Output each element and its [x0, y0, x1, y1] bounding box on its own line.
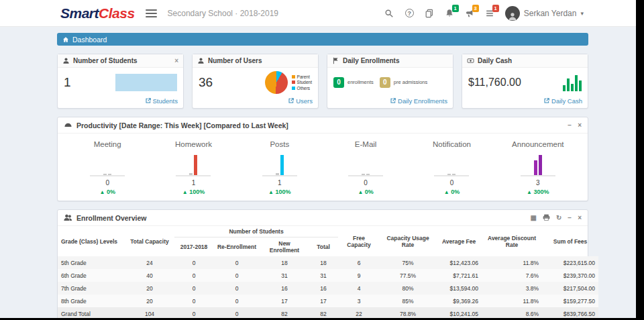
daily-enrollments-link-label: Daily Enrollments: [398, 97, 447, 105]
up-arrow-icon: ▲: [358, 189, 363, 195]
productivity-panel-title: Productivity [Date Range: This Week] [Co…: [76, 121, 288, 129]
notifications-badge: 1: [452, 5, 459, 12]
pre-admissions-badge-label: pre admissions: [394, 79, 427, 85]
cell: 75%: [380, 256, 436, 269]
cell: Grand Total: [58, 307, 125, 318]
card-header: Number of Users: [193, 54, 318, 68]
legend-swatch-student: [292, 81, 295, 84]
metric-value: 3: [495, 179, 581, 186]
cell: 9: [338, 269, 380, 282]
cell: 7.6%: [482, 269, 542, 282]
productivity-item-homework: Homework 1 ▲ 100%: [150, 140, 236, 195]
metric-change: 100%: [276, 189, 291, 195]
chevron-down-icon: ▾: [580, 10, 584, 17]
print-icon[interactable]: [543, 214, 550, 221]
students-link[interactable]: Students: [146, 97, 178, 105]
notifications-bell-icon[interactable]: 1: [445, 8, 455, 18]
column-header: Free Capacity: [338, 226, 380, 256]
external-link-icon: [288, 98, 294, 103]
close-icon[interactable]: ×: [578, 215, 582, 221]
legend-label: Others: [297, 86, 311, 91]
legend-swatch-others: [292, 87, 295, 90]
cell: 104: [125, 307, 174, 318]
column-header: Re-Enrollment: [213, 237, 260, 257]
announcements-megaphone-icon[interactable]: 3: [465, 8, 475, 18]
search-icon[interactable]: [384, 8, 394, 18]
top-navbar: SmartClass Secondary School · 2018-2019 …: [0, 0, 636, 27]
cell: 8.6%: [482, 307, 542, 318]
sidebar-toggle-button[interactable]: [146, 9, 157, 17]
users-count-value: 36: [199, 75, 213, 90]
cell: 0: [174, 282, 213, 295]
card-title: Daily Enrollments: [343, 57, 399, 64]
daily-enrollments-link[interactable]: Daily Enrollments: [390, 97, 447, 105]
user-avatar: [505, 6, 520, 21]
copy-documents-icon[interactable]: [425, 8, 435, 18]
export-icon[interactable]: ▦: [530, 215, 536, 221]
cell: 82: [309, 307, 338, 318]
legend-label: Parent: [297, 74, 310, 79]
legend-label: Student: [297, 80, 312, 85]
external-link-icon: [146, 98, 151, 103]
card-header: Number of Students ×: [58, 54, 183, 68]
app-logo[interactable]: SmartClass: [60, 5, 135, 21]
card-title: Daily Cash: [478, 57, 512, 64]
close-icon[interactable]: ×: [174, 58, 178, 64]
enrollments-count-badge: 0: [333, 77, 344, 88]
tasks-list-icon[interactable]: 1: [485, 8, 495, 18]
cell: 31: [260, 269, 309, 282]
cell: 6: [338, 256, 380, 269]
cell: 17: [260, 295, 309, 307]
student-icon: [62, 57, 70, 64]
cell: 4: [338, 282, 380, 295]
collapse-icon[interactable]: −: [568, 215, 572, 221]
cell: 77.5%: [380, 269, 436, 282]
column-header: Sum of Fees: [542, 226, 598, 256]
cell: 18: [309, 256, 338, 269]
collapse-icon[interactable]: −: [568, 122, 572, 129]
cell: 20: [125, 282, 174, 295]
breadcrumb[interactable]: Dashboard: [57, 33, 588, 46]
table-row-6th-grade: 6th Grade 40 0 0 31 31 9 77.5% $7,721.61…: [58, 269, 598, 282]
cell: $9,369.26: [436, 295, 482, 307]
cell: 0: [213, 307, 260, 318]
tasks-badge: 1: [492, 5, 499, 12]
school-year-selector[interactable]: Secondary School · 2018-2019: [168, 9, 278, 18]
column-group-header: Number of Students: [174, 226, 338, 237]
daily-cash-link[interactable]: Daily Cash: [544, 97, 582, 105]
productivity-item-meeting: Meeting 0 ▲ 0%: [64, 140, 150, 195]
close-icon[interactable]: ×: [578, 122, 582, 129]
enrollment-table-head: Grade (Class) Levels Total Capacity Numb…: [58, 226, 598, 256]
logo-text-smart: Smart: [60, 5, 99, 21]
productivity-item-notification: Notification 0 ▲ 0%: [409, 140, 494, 195]
metric-value: 1: [150, 179, 236, 186]
app-window: SmartClass Secondary School · 2018-2019 …: [0, 0, 636, 318]
stat-cards-row: Number of Students × 1 Students: [57, 54, 588, 109]
metric-label: E-Mail: [323, 140, 409, 148]
metric-value: 1: [237, 179, 323, 186]
card-header: Daily Cash: [462, 54, 588, 68]
cell: 8th Grade: [58, 295, 125, 307]
users-link-label: Users: [296, 97, 313, 105]
pie-legend: Parent Student Others: [292, 74, 312, 91]
enrollments-badge-label: enrollments: [347, 79, 374, 85]
cash-mini-bar-chart: [563, 74, 582, 91]
metric-label: Posts: [237, 140, 323, 148]
cell: 0: [174, 269, 213, 282]
up-arrow-icon: ▲: [268, 189, 274, 195]
user-menu[interactable]: Serkan Yerdan ▾: [505, 6, 584, 21]
refresh-icon[interactable]: ↻: [556, 215, 561, 221]
cell: $13,594.00: [436, 282, 482, 295]
cell: 80%: [380, 282, 436, 295]
users-link[interactable]: Users: [288, 97, 313, 105]
posts-mini-chart: [262, 154, 297, 176]
card-number-of-students: Number of Students × 1 Students: [57, 54, 184, 109]
external-link-icon: [390, 98, 396, 103]
cell: 16: [309, 282, 338, 295]
up-arrow-icon: ▲: [99, 189, 105, 195]
cell: 0: [174, 307, 213, 318]
cell: 78.8%: [380, 307, 436, 318]
cell: $12,423.06: [436, 256, 482, 269]
metric-change: 100%: [189, 189, 205, 195]
help-icon[interactable]: ?: [405, 8, 415, 18]
